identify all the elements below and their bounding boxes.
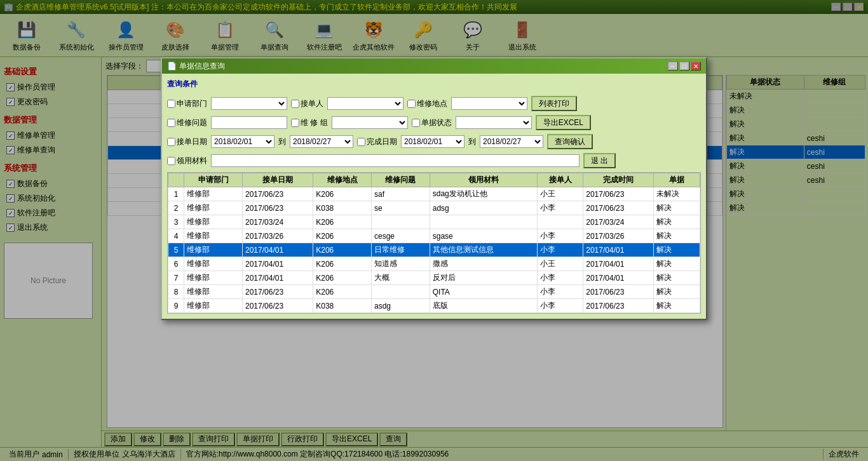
result-cell: 2017/03/24	[583, 215, 654, 229]
result-col-header: 维修问题	[371, 173, 430, 187]
result-cell: 维修部	[184, 299, 243, 313]
result-cell: 解决	[654, 215, 700, 229]
result-cell: 小李	[537, 201, 583, 215]
dept-label: 申请部门	[177, 98, 207, 109]
result-table-row[interactable]: 8维修部2017/06/23K206QITA小李2017/06/23解决	[168, 285, 700, 299]
result-cell: 2017/04/01	[243, 257, 313, 271]
result-cell: K206	[313, 285, 372, 299]
result-col-header: 单据	[654, 173, 700, 187]
modal-maximize[interactable]: □	[679, 62, 689, 70]
modal-title-bar: 📄 单据信息查询 ─ □ ✕	[162, 58, 706, 74]
result-table-row[interactable]: 2维修部2017/06/23K038seadsg小李2017/06/23解决	[168, 201, 700, 215]
result-table-row[interactable]: 7维修部2017/04/01K206大概反对后小李2017/04/01解决	[168, 271, 700, 285]
receiver-label: 接单人	[301, 98, 323, 109]
result-cell: K038	[313, 299, 372, 313]
result-cell: 知道感	[371, 257, 430, 271]
result-cell: K038	[313, 201, 372, 215]
result-cell: 2017/03/26	[243, 229, 313, 243]
start-date-label: 接单日期	[177, 137, 207, 147]
modal-icon: 📄	[167, 62, 177, 70]
status-combo[interactable]	[456, 116, 532, 129]
receiver-checkbox[interactable]	[291, 100, 299, 108]
result-cell: 未解决	[654, 187, 700, 201]
result-cell: adsg	[430, 201, 537, 215]
to1-label: 到	[278, 137, 286, 147]
to2-label: 到	[468, 137, 476, 147]
result-table-row[interactable]: 4维修部2017/03/26K206cesgesgase小李2017/03/26…	[168, 229, 700, 243]
start-date-checkbox[interactable]	[167, 138, 175, 146]
location-combo[interactable]	[451, 97, 527, 110]
start-date-check: 接单日期	[167, 137, 207, 147]
result-cell: 2017/04/01	[243, 243, 313, 257]
material-checkbox[interactable]	[167, 157, 175, 165]
result-cell: 2017/06/23	[243, 299, 313, 313]
complete-end-combo[interactable]: 2018/02/27	[480, 135, 543, 148]
result-cell: 小王	[537, 257, 583, 271]
result-col-header	[168, 173, 184, 187]
result-cell: 小李	[537, 299, 583, 313]
result-cell: 9	[168, 299, 184, 313]
exit-button[interactable]: 退 出	[583, 153, 616, 168]
dept-combo[interactable]	[211, 97, 287, 110]
result-cell: 2017/03/26	[583, 229, 654, 243]
query-button[interactable]: 查询确认	[547, 134, 593, 149]
result-table-row[interactable]: 5维修部2017/04/01K206日常维修其他信息测试信息小李2017/04/…	[168, 243, 700, 257]
receiver-combo[interactable]	[327, 97, 403, 110]
modal-minimize[interactable]: ─	[668, 62, 678, 70]
result-cell: 大概	[371, 271, 430, 285]
result-cell: K206	[313, 215, 372, 229]
result-cell: se	[371, 201, 430, 215]
result-cell: asdg	[371, 299, 430, 313]
receiver-check: 接单人	[291, 98, 323, 109]
result-cell: 维修部	[184, 187, 243, 201]
result-cell: 反对后	[430, 271, 537, 285]
location-label: 维修地点	[417, 98, 447, 109]
result-table-row[interactable]: 3维修部2017/03/24K2062017/03/24解决	[168, 215, 700, 229]
complete-date-check: 完成日期	[357, 137, 397, 147]
excel-button[interactable]: 导出EXCEL	[536, 115, 591, 130]
result-cell: 解决	[654, 257, 700, 271]
result-cell: 2017/06/23	[583, 299, 654, 313]
modal-overlay: 📄 单据信息查询 ─ □ ✕ 查询条件 申请部门 接单人	[0, 0, 868, 461]
complete-date-checkbox[interactable]	[357, 138, 365, 146]
material-input[interactable]	[211, 154, 580, 167]
location-checkbox[interactable]	[407, 100, 416, 108]
end-date-combo[interactable]: 2018/02/27	[290, 135, 353, 148]
status-checkbox[interactable]	[412, 119, 420, 127]
problem-checkbox[interactable]	[167, 119, 175, 127]
modal-close[interactable]: ✕	[691, 62, 701, 70]
modal-controls[interactable]: ─ □ ✕	[668, 62, 701, 70]
print-button[interactable]: 列表打印	[531, 96, 577, 111]
result-cell: 7	[168, 271, 184, 285]
group-checkbox[interactable]	[291, 119, 299, 127]
result-cell: 解决	[654, 229, 700, 243]
material-check: 领用材料	[167, 156, 207, 166]
result-table-wrap: 申请部门接单日期维修地点维修问题领用材料接单人完成时间单据 1维修部2017/0…	[167, 172, 701, 314]
result-table-row[interactable]: 9维修部2017/06/23K038asdg底版小李2017/06/23解决	[168, 299, 700, 313]
problem-check: 维修问题	[167, 117, 207, 128]
modal-body: 查询条件 申请部门 接单人 维修地点 列表打印	[162, 74, 706, 319]
result-cell: QITA	[430, 285, 537, 299]
result-cell: 2017/04/01	[583, 271, 654, 285]
location-check: 维修地点	[407, 98, 447, 109]
result-table-row[interactable]: 6维修部2017/04/01K206知道感撒感小王2017/04/01解决	[168, 257, 700, 271]
start-date-combo[interactable]: 2018/02/01	[211, 135, 275, 148]
group-combo[interactable]	[332, 116, 408, 129]
result-cell: 小李	[537, 229, 583, 243]
result-cell: 2017/06/23	[243, 201, 313, 215]
dept-checkbox[interactable]	[167, 100, 175, 108]
result-cell: 日常维修	[371, 243, 430, 257]
dept-check: 申请部门	[167, 98, 207, 109]
result-cell: 6	[168, 257, 184, 271]
result-cell: 解决	[654, 243, 700, 257]
result-cell: 解决	[654, 271, 700, 285]
result-cell: cesge	[371, 229, 430, 243]
result-cell: sdag发动机让他	[430, 187, 537, 201]
complete-start-combo[interactable]: 2018/02/01	[401, 135, 465, 148]
result-cell: 小李	[537, 243, 583, 257]
result-table-row[interactable]: 1维修部2017/06/23K206safsdag发动机让他小王2017/06/…	[168, 187, 700, 201]
result-cell	[371, 285, 430, 299]
problem-input[interactable]	[211, 116, 287, 129]
result-cell: 维修部	[184, 201, 243, 215]
result-table: 申请部门接单日期维修地点维修问题领用材料接单人完成时间单据 1维修部2017/0…	[168, 173, 700, 313]
